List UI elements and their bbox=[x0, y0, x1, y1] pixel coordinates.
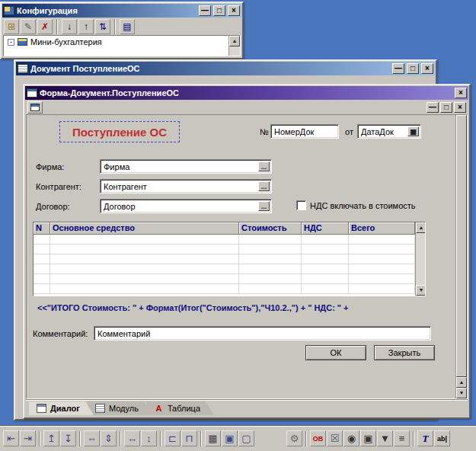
bring-front-icon[interactable]: ▣ bbox=[222, 430, 238, 446]
sort-icon[interactable]: ⇅ bbox=[95, 19, 110, 34]
tab-dialog-label: Диалог bbox=[50, 404, 80, 413]
tab-module[interactable]: Модуль bbox=[88, 401, 152, 415]
tree-scrollbar[interactable]: ▲ bbox=[228, 36, 240, 56]
scroll-down-icon[interactable]: ▼ bbox=[456, 388, 467, 398]
center-horizontal-icon[interactable]: ⇔ bbox=[84, 430, 100, 446]
child-close-button[interactable]: × bbox=[454, 102, 466, 113]
close-button[interactable]: × bbox=[421, 63, 433, 74]
firm-field[interactable]: Фирма ... bbox=[100, 159, 272, 174]
align-top-icon[interactable]: ↥ bbox=[43, 430, 59, 446]
center-vertical-icon[interactable]: ⇕ bbox=[101, 430, 117, 446]
scroll-up-icon[interactable]: ▲ bbox=[456, 377, 467, 388]
close-form-button[interactable]: Закрыть bbox=[374, 345, 435, 360]
comment-label: Комментарий: bbox=[33, 329, 88, 338]
scroll-up-icon[interactable]: ▲ bbox=[416, 222, 426, 233]
date-prefix-label: от bbox=[345, 127, 353, 136]
column-header-cost[interactable]: Стоимость bbox=[239, 222, 302, 235]
checkbox-icon[interactable]: ▣ bbox=[360, 430, 376, 446]
send-back-icon[interactable]: ▢ bbox=[238, 430, 254, 446]
align-right-icon[interactable]: ⇥ bbox=[20, 430, 36, 446]
child-window-icon bbox=[30, 104, 40, 111]
align-left-icon[interactable]: ⇤ bbox=[3, 430, 19, 446]
date-field[interactable]: ДатаДок ▦ bbox=[357, 124, 421, 139]
toolbar-separator bbox=[305, 431, 307, 446]
column-header-vat[interactable]: НДС bbox=[302, 222, 349, 235]
child-system-menu[interactable] bbox=[27, 101, 43, 114]
space-vertical-icon[interactable]: ↕ bbox=[141, 430, 157, 446]
table-scrollbar-track[interactable] bbox=[416, 233, 426, 285]
same-height-icon[interactable]: ⊓ bbox=[181, 430, 197, 446]
form-vertical-scrollbar[interactable]: ▲ ▼ bbox=[455, 115, 467, 398]
tree-root-label[interactable]: Мини-бухгалтерия bbox=[30, 37, 102, 46]
designer-bottom-toolbar: ⇤ ⇥ ↥ ↧ ⇔ ⇕ ↔ ↕ ⊏ ⊓ ▦ ▣ ▢ ⚙ ОВ ☒ ◉ ▣ ▼ ≡… bbox=[0, 425, 476, 451]
total-formula-text[interactable]: <<"ИТОГО Стоимость: " + Формат(Итог("Сто… bbox=[37, 303, 349, 312]
contractor-field-value: Контрагент bbox=[104, 182, 147, 191]
space-horizontal-icon[interactable]: ↔ bbox=[124, 430, 140, 446]
contractor-label: Контрагент: bbox=[36, 182, 81, 191]
column-header-n[interactable]: N bbox=[34, 222, 50, 235]
comment-field-value: Комментарий bbox=[97, 329, 150, 338]
comment-field[interactable]: Комментарий bbox=[94, 326, 431, 341]
minimize-button[interactable]: — bbox=[199, 5, 211, 16]
column-header-asset[interactable]: Основное средство bbox=[50, 222, 239, 235]
move-down-icon[interactable]: ↓ bbox=[62, 19, 77, 34]
document-titlebar[interactable]: Документ ПоступлениеОС — □ × bbox=[16, 62, 435, 75]
combobox-icon[interactable]: ▼ bbox=[377, 430, 393, 446]
same-width-icon[interactable]: ⊏ bbox=[165, 430, 180, 446]
configuration-tree[interactable]: - Мини-бухгалтерия ▲ bbox=[3, 35, 241, 56]
table-row bbox=[34, 284, 415, 294]
child-restore-button[interactable]: □ bbox=[440, 102, 452, 113]
toolbar-separator bbox=[56, 19, 58, 34]
report-icon[interactable]: ▤ bbox=[120, 19, 135, 34]
document-window-icon bbox=[18, 64, 28, 73]
tab-table-label: Таблица bbox=[168, 404, 200, 413]
firm-label: Фирма: bbox=[36, 162, 64, 171]
form-close-button[interactable]: × bbox=[455, 88, 467, 98]
scrollbar-thumb[interactable] bbox=[456, 115, 467, 377]
scroll-down-icon[interactable]: ▼ bbox=[416, 285, 426, 296]
tree-root-row[interactable]: - Мини-бухгалтерия bbox=[4, 36, 240, 48]
text-field-icon[interactable]: ab| bbox=[434, 430, 450, 446]
items-table[interactable]: N Основное средство Стоимость НДС Всего … bbox=[33, 222, 426, 296]
contractor-field[interactable]: Контрагент ... bbox=[100, 179, 272, 194]
tree-expander-icon[interactable]: - bbox=[8, 39, 14, 46]
listbox-icon[interactable]: ≡ bbox=[394, 430, 410, 446]
align-bottom-icon[interactable]: ↧ bbox=[60, 430, 76, 446]
frame-icon[interactable]: ☒ bbox=[327, 430, 343, 446]
contract-field[interactable]: Договор ... bbox=[100, 199, 272, 213]
vat-checkbox[interactable] bbox=[296, 200, 306, 210]
tab-table[interactable]: А Таблица bbox=[146, 401, 214, 415]
child-minimize-button[interactable]: — bbox=[426, 102, 439, 113]
contract-browse-button[interactable]: ... bbox=[258, 201, 270, 211]
column-header-total[interactable]: Всего bbox=[349, 222, 415, 235]
grid-icon[interactable]: ▦ bbox=[205, 430, 221, 446]
table-scrollbar[interactable]: ▲ ▼ bbox=[415, 222, 426, 296]
calendar-button[interactable]: ▦ bbox=[407, 126, 419, 136]
tab-dialog[interactable]: Диалог bbox=[29, 401, 94, 415]
new-icon[interactable]: ⊞ bbox=[4, 19, 19, 34]
tools-icon[interactable]: ⚙ bbox=[286, 430, 302, 446]
delete-icon[interactable]: ✗ bbox=[37, 19, 53, 34]
contractor-browse-button[interactable]: ... bbox=[258, 181, 270, 191]
vat-checkbox-label: НДС включать в стоимость bbox=[310, 201, 416, 210]
text-label-icon[interactable]: Т bbox=[417, 430, 433, 446]
configuration-titlebar[interactable]: Конфигурация — □ × bbox=[2, 4, 241, 18]
firm-browse-button[interactable]: ... bbox=[258, 162, 270, 171]
close-button[interactable]: × bbox=[228, 5, 240, 16]
maximize-button[interactable]: □ bbox=[213, 5, 225, 16]
ole-object-icon[interactable]: ОВ bbox=[310, 430, 326, 446]
contract-field-value: Договор bbox=[104, 202, 136, 211]
child-window-bar: — □ × bbox=[25, 101, 468, 114]
form-header-label[interactable]: Поступление ОС bbox=[59, 121, 180, 142]
table-row bbox=[34, 245, 415, 254]
number-field[interactable]: НомерДок bbox=[270, 124, 339, 139]
radio-button-icon[interactable]: ◉ bbox=[343, 430, 359, 446]
move-up-icon[interactable]: ↑ bbox=[78, 19, 94, 34]
form-titlebar[interactable]: Форма-Документ.ПоступлениеОС × bbox=[25, 86, 468, 100]
properties-icon[interactable]: ✎ bbox=[21, 19, 36, 34]
scroll-up-icon[interactable]: ▲ bbox=[229, 36, 240, 46]
minimize-button[interactable]: — bbox=[392, 63, 404, 74]
table-row bbox=[34, 254, 415, 264]
maximize-button[interactable]: □ bbox=[407, 63, 419, 74]
ok-button[interactable]: ОК bbox=[305, 345, 366, 360]
